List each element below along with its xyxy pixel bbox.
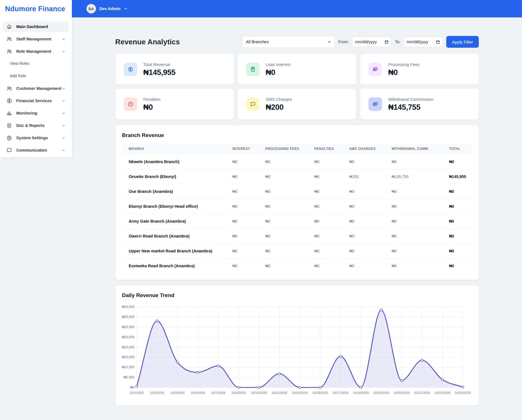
row-total: ₦0 xyxy=(446,214,472,229)
svg-text:₦40,000: ₦40,000 xyxy=(122,305,134,309)
gear-icon xyxy=(6,135,12,141)
sidebar-item-customer-management[interactable]: Customer Management xyxy=(3,83,69,94)
sidebar-item-label: Monitoring xyxy=(16,111,37,115)
bar-chart-icon xyxy=(6,110,12,116)
sidebar-item-role-management[interactable]: Role Management xyxy=(3,46,69,57)
calculator-icon xyxy=(246,63,260,76)
row-value: ₦0 xyxy=(388,259,446,273)
branch-select[interactable]: All Branches xyxy=(242,36,335,48)
branch-name: Nkwele (Anambra Branch) xyxy=(122,154,229,169)
sidebar-item-label: System Settings xyxy=(16,136,48,140)
sidebar-item-label: Role Management xyxy=(16,49,51,54)
sidebar-item-staff-management[interactable]: Staff Management xyxy=(3,34,69,44)
branch-revenue-table: BRANCHINTERESTPROCESSING FEESPENALTIESSM… xyxy=(122,143,472,273)
sidebar-item-financial-services[interactable]: Financial Services xyxy=(3,95,69,106)
sidebar-item-communication[interactable]: Communication xyxy=(3,145,69,156)
home-icon xyxy=(6,24,12,30)
row-value: ₦0 xyxy=(229,244,262,259)
to-label: To: xyxy=(395,40,400,44)
svg-text:10/16/2025: 10/16/2025 xyxy=(312,391,328,394)
stat-value: ₦0 xyxy=(143,103,161,112)
calendar-icon[interactable] xyxy=(436,40,440,44)
stat-value: ₦145,955 xyxy=(143,68,176,77)
row-value: ₦0 xyxy=(346,259,388,273)
users-icon xyxy=(6,48,12,54)
stat-card-sms-charges: SMS Charges₦200 xyxy=(238,89,356,120)
stat-card-withdrawal-commission: Withdrawal Commission₦145,755 xyxy=(360,89,478,120)
table-row: Upper New market Road Branch (Anambra)₦0… xyxy=(122,244,472,259)
sidebar-item-monitoring[interactable]: Monitoring xyxy=(3,108,69,118)
row-value: ₦0 xyxy=(262,229,311,244)
row-total: ₦0 xyxy=(446,229,472,244)
sidebar-item-view-roles[interactable]: View Roles xyxy=(3,58,69,69)
stat-value: ₦145,755 xyxy=(388,103,433,112)
sidebar-item-label: Customer Management xyxy=(16,86,61,91)
row-value: ₦0 xyxy=(388,244,446,259)
to-date-placeholder: mm/dd/yyyy xyxy=(406,40,428,44)
stats-grid: Total Revenue₦145,955Loan Interest₦0Proc… xyxy=(115,54,479,120)
row-value: ₦0 xyxy=(229,169,262,184)
row-value: ₦0 xyxy=(311,259,346,273)
select-caret-icon xyxy=(328,40,331,44)
branch-revenue-card: Branch Revenue BRANCHINTERESTPROCESSING … xyxy=(115,125,479,280)
chevron-down-icon xyxy=(61,136,66,140)
dollar-circle-icon xyxy=(6,98,12,104)
row-value: ₦0 xyxy=(262,169,311,184)
row-value: ₦0 xyxy=(262,154,311,169)
table-row: Nkwele (Anambra Branch)₦0₦0₦0₦0₦0₦0 xyxy=(122,154,472,169)
branch-name: Upper New market Road Branch (Anambra) xyxy=(122,244,229,259)
row-value: ₦0 xyxy=(388,229,446,244)
topbar: DA Dev Admin xyxy=(72,0,522,17)
branch-name: Onueke Branch (Ebonyi) xyxy=(122,169,229,184)
svg-text:10/7/2025: 10/7/2025 xyxy=(211,391,225,394)
branch-name: Army Gate Branch (Anambra) xyxy=(122,214,229,229)
column-header-processing-fees: PROCESSING FEES xyxy=(262,143,311,154)
daily-revenue-card: Daily Revenue Trend ₦0₦5,000₦10,000₦15,0… xyxy=(115,286,479,406)
stat-label: Withdrawal Commission xyxy=(388,97,433,102)
svg-text:10/23/2025: 10/23/2025 xyxy=(455,391,471,394)
sidebar-item-system-settings[interactable]: System Settings xyxy=(3,133,69,143)
user-menu[interactable]: DA Dev Admin xyxy=(86,4,128,13)
row-value: ₦0 xyxy=(262,244,311,259)
row-value: ₦0 xyxy=(388,154,446,169)
document-icon xyxy=(6,122,12,129)
chevron-down-icon xyxy=(61,111,66,115)
row-value: ₦0 xyxy=(388,184,446,199)
row-total: ₦0 xyxy=(446,154,472,169)
row-value: ₦0 xyxy=(388,199,446,214)
to-date-input[interactable]: mm/dd/yyyy xyxy=(404,37,443,47)
stat-card-loan-interest: Loan Interest₦0 xyxy=(238,54,356,85)
row-value: ₦145,755 xyxy=(388,169,446,184)
calendar-icon[interactable] xyxy=(384,40,389,44)
sidebar-item-main-dashboard[interactable]: Main Dashboard xyxy=(3,21,69,32)
daily-revenue-chart: ₦0₦5,000₦10,000₦15,000₦20,000₦25,000₦30,… xyxy=(122,303,472,399)
table-row: Ezeiweka Road Branch (Anambra)₦0₦0₦0₦0₦0… xyxy=(122,259,472,273)
sidebar-item-label: Communication xyxy=(16,148,47,152)
row-total: ₦0 xyxy=(446,199,472,214)
sidebar-item-label: Doc & Reports xyxy=(16,123,45,128)
chevron-down-icon xyxy=(61,124,66,128)
sidebar-item-doc-reports[interactable]: Doc & Reports xyxy=(3,120,69,131)
main-content: Revenue Analytics All Branches From: mm/… xyxy=(72,17,522,420)
alert-circle-icon xyxy=(124,97,137,111)
column-header-interest: INTEREST xyxy=(229,143,262,154)
row-value: ₦0 xyxy=(311,169,346,184)
sidebar-nav: Main DashboardStaff ManagementRole Manag… xyxy=(0,21,72,156)
svg-text:10/10/2025: 10/10/2025 xyxy=(251,391,267,394)
row-value: ₦0 xyxy=(388,214,446,229)
svg-text:10/9/2025: 10/9/2025 xyxy=(231,391,246,394)
user-name: Dev Admin xyxy=(99,6,120,11)
sidebar-item-add-role[interactable]: Add Role xyxy=(3,71,69,81)
row-value: ₦0 xyxy=(262,214,311,229)
stat-label: Penalties xyxy=(143,97,161,102)
from-date-input[interactable]: mm/dd/yyyy xyxy=(352,37,392,47)
row-value: ₦0 xyxy=(346,214,388,229)
branch-name: Ose Branch (Anambra) xyxy=(122,184,229,199)
row-value: ₦0 xyxy=(346,154,388,169)
svg-text:₦25,000: ₦25,000 xyxy=(122,335,134,339)
row-total: ₦0 xyxy=(446,259,472,273)
svg-text:₦10,000: ₦10,000 xyxy=(122,365,134,369)
row-value: ₦0 xyxy=(229,199,262,214)
apply-filter-button[interactable]: Apply Filter xyxy=(446,36,478,48)
svg-text:₦5,000: ₦5,000 xyxy=(123,375,134,379)
